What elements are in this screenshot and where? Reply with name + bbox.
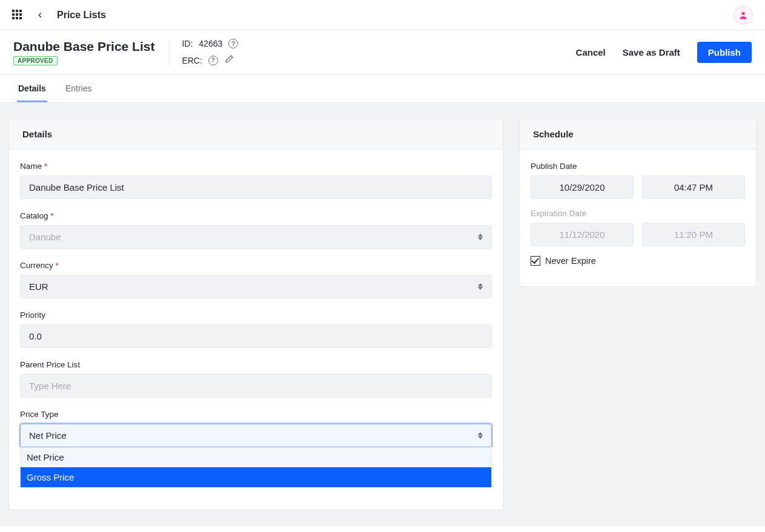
sort-icon (478, 234, 483, 240)
schedule-panel-title: Schedule (520, 119, 756, 149)
currency-select[interactable]: EUR (20, 275, 492, 298)
never-expire-row[interactable]: Never Expire (531, 256, 745, 266)
help-icon[interactable]: ? (228, 39, 238, 48)
apps-grid-icon[interactable] (12, 10, 23, 21)
details-panel-title: Details (9, 119, 503, 149)
catalog-label: Catalog * (20, 211, 492, 220)
sort-icon (478, 432, 483, 439)
priority-input[interactable] (20, 324, 492, 348)
tab-details[interactable]: Details (17, 75, 47, 102)
price-type-select[interactable]: Net Price (20, 424, 492, 447)
dropdown-option-gross-price[interactable]: Gross Price (21, 467, 491, 487)
svg-marker-4 (478, 287, 483, 290)
name-label: Name * (20, 162, 492, 171)
svg-point-0 (741, 11, 744, 15)
price-type-value: Net Price (29, 430, 67, 441)
svg-marker-5 (478, 432, 483, 435)
user-icon (738, 10, 748, 20)
svg-marker-1 (478, 234, 483, 237)
id-value: 42663 (199, 39, 222, 48)
breadcrumb-title[interactable]: Price Lists (57, 10, 106, 21)
publish-time-input[interactable] (642, 176, 745, 199)
save-draft-button[interactable]: Save as Draft (623, 47, 680, 57)
page-title: Danube Base Price List (13, 39, 154, 54)
price-type-dropdown: Net Price Gross Price (20, 447, 492, 488)
svg-marker-2 (478, 237, 483, 240)
avatar[interactable] (734, 5, 753, 25)
tab-entries[interactable]: Entries (64, 75, 93, 102)
currency-label: Currency * (20, 261, 492, 270)
never-expire-label: Never Expire (545, 256, 596, 266)
back-button[interactable] (31, 7, 48, 24)
publish-button[interactable]: Publish (697, 42, 752, 63)
svg-marker-6 (478, 436, 483, 439)
catalog-select[interactable]: Danube (20, 225, 492, 249)
never-expire-checkbox[interactable] (531, 256, 540, 266)
erc-label: ERC: (182, 56, 202, 65)
name-input[interactable] (20, 176, 492, 199)
help-icon[interactable]: ? (208, 56, 218, 65)
publish-date-input[interactable] (531, 176, 634, 199)
parent-input[interactable] (20, 374, 492, 398)
catalog-value: Danube (29, 232, 61, 242)
id-label: ID: (182, 39, 193, 48)
priority-label: Priority (20, 310, 492, 320)
currency-value: EUR (29, 281, 48, 292)
chevron-left-icon (36, 11, 44, 19)
price-type-label: Price Type (20, 410, 492, 419)
edit-erc-button[interactable] (224, 54, 234, 66)
publish-date-label: Publish Date (531, 162, 745, 171)
cancel-button[interactable]: Cancel (576, 47, 606, 57)
expiration-date-label: Expiration Date (531, 209, 745, 218)
expiration-time-input[interactable] (642, 223, 745, 246)
status-badge: APPROVED (13, 56, 58, 65)
expiration-date-input[interactable] (531, 223, 634, 246)
parent-label: Parent Price List (20, 360, 492, 369)
svg-marker-3 (478, 283, 483, 286)
dropdown-option-net-price[interactable]: Net Price (21, 447, 491, 467)
pencil-icon (224, 54, 234, 64)
sort-icon (478, 283, 483, 290)
